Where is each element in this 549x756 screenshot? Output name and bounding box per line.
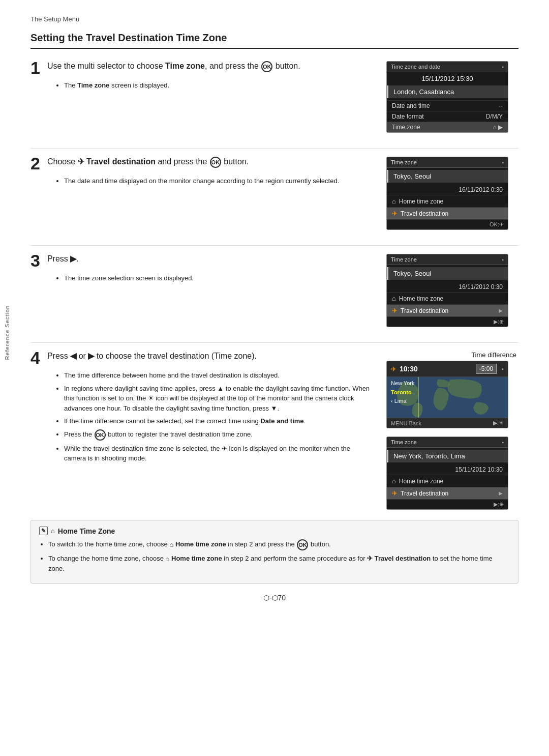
- travel-icon-3: [392, 307, 398, 314]
- step-4-heading: 4 Press ◀ or ▶ to choose the travel dest…: [30, 351, 371, 366]
- step-4-number: 4: [30, 351, 40, 366]
- cam-datetime-1: 15/11/2012 15:30: [387, 72, 508, 83]
- td-city-newyork: New York: [391, 379, 414, 388]
- tz-option-travel-label-3: Travel destination: [401, 307, 448, 314]
- step-2-bullet-1: The date and time displayed on the monit…: [64, 176, 371, 186]
- home-icon-3: [392, 295, 396, 302]
- step-3: 3 Press ▶. The time zone selection scree…: [30, 254, 518, 327]
- step-1: 1 Use the multi selector to choose Time …: [30, 61, 518, 133]
- time-difference-label: Time difference: [386, 351, 518, 359]
- note-icon: ✎: [39, 527, 48, 535]
- tz-datetime-3: 16/11/2012 0:30: [387, 282, 508, 292]
- td-bottom-right: ▶:☀: [493, 420, 504, 426]
- tz-topbar-icon-3: ▪: [502, 257, 504, 263]
- tz-result-datetime: 15/11/2012 10:30: [387, 464, 508, 475]
- cam-val-date-time: --: [499, 102, 503, 109]
- step-4-bullet-5: While the travel destination time zone i…: [64, 444, 371, 463]
- td-menu-back: MENU Back: [391, 420, 421, 426]
- step-4-body: The time difference between home and the…: [55, 370, 371, 463]
- step-4-bullet-1: The time difference between home and the…: [64, 370, 371, 381]
- home-tz-note: ✎ Home Time Zone To switch to the home t…: [30, 520, 518, 584]
- tz-result-topbar: Time zone ▪: [387, 437, 508, 448]
- tz-result-topbar-title: Time zone: [391, 439, 417, 445]
- step-4-bullet-4: Press the OK button to register the trav…: [64, 429, 371, 441]
- tz-option-travel-2: Travel destination: [387, 207, 508, 219]
- step-4-screens: Time difference ✈ 10:30 -5:00 ▪: [386, 351, 518, 510]
- ok-button-icon-1: OK: [261, 61, 272, 72]
- home-tz-note-title: ✎ Home Time Zone: [39, 527, 510, 535]
- footer-page-number: ⬡-⬡70: [263, 594, 286, 602]
- tz-topbar-2: Time zone ▪: [387, 157, 508, 168]
- td-mode-icon: ▪: [502, 366, 504, 372]
- step-1-body: The Time zone screen is displayed.: [55, 80, 371, 91]
- divider-3: [30, 342, 518, 343]
- td-cities: New York Toronto ‹ Lima: [391, 379, 414, 406]
- ok-button-icon-2: OK: [210, 157, 221, 168]
- tz-option-home-2: Home time zone: [387, 195, 508, 207]
- td-map: New York Toronto ‹ Lima: [387, 377, 508, 418]
- home-icon-result: [392, 477, 396, 485]
- cam-city-1: London, Casablanca: [387, 85, 508, 98]
- tz-bottom-text-3: ▶:⊕: [494, 318, 504, 325]
- tz-option-home-label-2: Home time zone: [399, 198, 443, 205]
- tz-screen-3: Time zone ▪ Tokyo, Seoul 16/11/2012 0:30…: [386, 254, 508, 327]
- tz-topbar-title-3: Time zone: [391, 256, 417, 263]
- step-4: 4 Press ◀ or ▶ to choose the travel dest…: [30, 351, 518, 510]
- cam-val-time-zone: ⌂ ▶: [493, 124, 503, 131]
- tz-arrow-3: ▶: [499, 308, 503, 313]
- step-1-number: 1: [30, 61, 40, 76]
- home-tz-icon: [51, 527, 55, 535]
- step-1-bullet-1: The Time zone screen is displayed.: [64, 80, 371, 91]
- tz-option-travel-3: Travel destination ▶: [387, 304, 508, 316]
- tz-datetime-2: 16/11/2012 0:30: [387, 185, 508, 195]
- tz-topbar-3: Time zone ▪: [387, 254, 508, 265]
- tz-city-2: Tokyo, Seoul: [387, 170, 508, 183]
- home-icon-2: [392, 197, 396, 205]
- td-dest-icon: ✈: [391, 365, 396, 373]
- cam-topbar-title-1: Time zone and date: [391, 64, 440, 70]
- step-4-bullet-2: In regions where daylight saving time ap…: [64, 384, 371, 414]
- td-time: 10:30: [400, 365, 418, 373]
- step-3-body: The time zone selection screen is displa…: [55, 273, 371, 283]
- tz-option-travel-label-2: Travel destination: [401, 210, 448, 217]
- tz-result-bottom-text: ▶:⊕: [494, 501, 504, 508]
- tz-bottom-2: OK:✈: [387, 219, 508, 229]
- cam-screen-1: Time zone and date ▪ 15/11/2012 15:30 Lo…: [386, 61, 508, 133]
- cam-row-date-time: Date and time --: [387, 100, 508, 111]
- tz-result-city: New York, Toronto, Lima: [387, 450, 508, 462]
- td-screen: ✈ 10:30 -5:00 ▪: [386, 361, 508, 428]
- cam-label-time-zone: Time zone: [392, 124, 420, 131]
- step-4-bullet-3: If the time difference cannot be selecte…: [64, 416, 371, 426]
- tz-result-bottom: ▶:⊕: [387, 499, 508, 509]
- reference-section-label: Reference Section: [4, 305, 10, 360]
- step-2: 2 Choose ✈ Travel destination and press …: [30, 157, 518, 230]
- cam-row-date-format: Date format D/M/Y: [387, 111, 508, 122]
- cam-topbar-1: Time zone and date ▪: [387, 62, 508, 72]
- tz-option-home-label-3: Home time zone: [399, 295, 443, 302]
- home-icon-bullet-1: [169, 541, 173, 548]
- step-1-screen: Time zone and date ▪ 15/11/2012 15:30 Lo…: [386, 61, 518, 133]
- divider-2: [30, 245, 518, 246]
- divider-1: [30, 148, 518, 149]
- ok-button-icon-4: OK: [95, 429, 106, 441]
- tz-option-home-3: Home time zone: [387, 292, 508, 304]
- page-footer: ⬡-⬡70: [30, 594, 518, 602]
- cam-row-time-zone: Time zone ⌂ ▶: [387, 122, 508, 132]
- step-2-screen: Time zone ▪ Tokyo, Seoul 16/11/2012 0:30…: [386, 157, 518, 230]
- home-icon-bullet-2: [166, 555, 170, 563]
- ok-button-note-1: OK: [297, 539, 308, 550]
- home-tz-note-title-text: Home Time Zone: [58, 527, 115, 535]
- tz-city-3: Tokyo, Seoul: [387, 267, 508, 280]
- td-city-toronto: Toronto: [391, 388, 414, 397]
- page-header: The Setup Menu: [30, 15, 518, 23]
- home-tz-bullet-1: To switch to the home time zone, choose …: [48, 539, 510, 550]
- step-4-left: 4 Press ◀ or ▶ to choose the travel dest…: [30, 351, 371, 467]
- step-3-bullet-1: The time zone selection screen is displa…: [64, 273, 371, 283]
- travel-icon-2: [392, 210, 398, 217]
- cam-label-date-format: Date format: [392, 113, 424, 120]
- step-3-left: 3 Press ▶. The time zone selection scree…: [30, 254, 371, 286]
- step-3-number: 3: [30, 254, 40, 269]
- home-tz-bullet-2: To change the home time zone, choose Hom…: [48, 554, 510, 574]
- tz-topbar-title-2: Time zone: [391, 159, 417, 165]
- cam-label-date-time: Date and time: [392, 102, 430, 109]
